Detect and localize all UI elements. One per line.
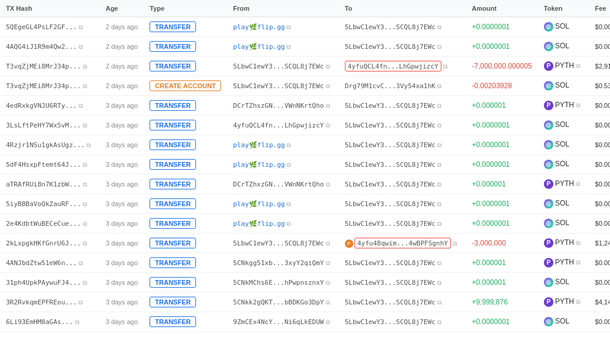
tx-hash-cell[interactable]: aTRAfRUi8n7K1zbW...⧉ (0, 175, 99, 194)
to-address[interactable]: 5LbwC1ewY3...SCQL8j7EWc (345, 259, 435, 267)
to-cell[interactable]: 5LbwC1ewY3...SCQL8j7EWc⧉ (339, 214, 466, 234)
to-cell[interactable]: 4yfuQCL4fn...LhGpwjizcY⧉ (339, 57, 466, 76)
from-address[interactable]: 5LbwC1ewY3...SCQL8j7EWc (233, 82, 323, 90)
to-address[interactable]: 5LbwC1ewY3...SCQL8j7EWc (345, 200, 435, 208)
to-address[interactable]: 5LbwC1ewY3...SCQL8j7EWc (345, 220, 435, 228)
tx-hash-cell[interactable]: 5QEgeGL4PsLF2GF...⧉ (0, 17, 99, 37)
from-address[interactable]: play🌿flip.gg (233, 220, 285, 228)
to-cell[interactable]: 5LbwC1ewY3...SCQL8j7EWc⧉ (339, 312, 466, 332)
tx-hash-cell[interactable]: 31ph4UpkPAywuFJ4...⧉ (0, 273, 99, 293)
copy-icon[interactable]: ⧉ (437, 142, 444, 149)
copy-icon[interactable]: ⧉ (83, 201, 90, 208)
tx-hash-cell[interactable]: T3vqZjMEi8MrJ34p...⧉ (0, 76, 99, 96)
from-cell[interactable]: play🌿flip.gg⧉ (227, 194, 338, 214)
copy-icon[interactable]: ⧉ (86, 142, 94, 149)
copy-icon[interactable]: ⧉ (443, 63, 450, 70)
from-address[interactable]: 5CNkk2gQKT...bBDKGo3DpY (233, 298, 323, 306)
from-cell[interactable]: 5CNkgg51xb...3xyY2qiQmY⧉ (227, 253, 338, 273)
tx-hash[interactable]: 5iyBBBaVoQkZauRF... (6, 200, 81, 208)
copy-icon[interactable]: ⧉ (326, 260, 333, 267)
from-address[interactable]: play🌿flip.gg (233, 200, 285, 208)
to-cell[interactable]: 5LbwC1ewY3...SCQL8j7EWc⧉ (339, 116, 466, 135)
to-cell[interactable]: 5LbwC1ewY3...SCQL8j7EWc⧉ (339, 37, 466, 57)
tx-hash[interactable]: 5QEgeGL4PsLF2GF... (6, 23, 77, 31)
from-address[interactable]: play🌿flip.gg (233, 161, 285, 169)
copy-icon[interactable]: ⧉ (437, 220, 444, 228)
tx-hash[interactable]: 4edRxkgVNJU6RTy... (6, 102, 77, 110)
tx-hash[interactable]: 3LsLftPeHY7Wx5vM... (6, 122, 81, 129)
copy-icon[interactable]: ⧉ (79, 260, 86, 267)
from-cell[interactable]: DCrTZhxzGN...VWnNKrtQho⧉ (227, 175, 338, 194)
tx-hash-cell[interactable]: 4ANJbdZtw51eW6n...⧉ (0, 253, 99, 273)
tx-hash[interactable]: 4Rzjr1NSu1gkAsUgz... (6, 141, 85, 149)
from-address[interactable]: 5LbwC1ewY3...SCQL8j7EWc (233, 63, 323, 70)
tx-hash-cell[interactable]: 5dF4HsxpFtemt64J...⧉ (0, 155, 99, 175)
tx-hash[interactable]: T3vqZjMEi8MrJ34p... (6, 63, 81, 70)
from-cell[interactable]: 5CNkMChs6E...hPwpnsznxY⧉ (227, 273, 338, 293)
copy-icon[interactable]: ⧉ (287, 220, 294, 228)
from-address[interactable]: 9ZmCEx4NcY...Ni6qLkEDUW (233, 318, 323, 326)
to-address[interactable]: 5LbwC1ewY3...SCQL8j7EWc (345, 102, 435, 110)
to-cell[interactable]: 5LbwC1ewY3...SCQL8j7EWc⧉ (339, 175, 466, 194)
copy-icon[interactable]: ⧉ (576, 181, 583, 188)
to-cell[interactable]: 5LbwC1ewY3...SCQL8j7EWc⧉ (339, 253, 466, 273)
from-cell[interactable]: 5LbwC1ewY3...SCQL8j7EWc⧉ (227, 76, 338, 96)
copy-icon[interactable]: ⧉ (326, 122, 333, 129)
from-address[interactable]: 4yfuQCL4fn...LhGpwjizcY (233, 122, 323, 129)
from-address[interactable]: play🌿flip.gg (233, 23, 285, 31)
copy-icon[interactable]: ⧉ (437, 102, 444, 110)
to-address[interactable]: 5LbwC1ewY3...SCQL8j7EWc (345, 298, 435, 306)
tx-hash[interactable]: 3R2RvkqmEPFREou... (6, 298, 77, 306)
tx-hash[interactable]: 2kLxpgkHKfGnrU6J... (6, 239, 81, 247)
tx-hash[interactable]: 2e4KdbtWuBECeCue... (6, 220, 81, 228)
copy-icon[interactable]: ⧉ (326, 181, 333, 188)
copy-icon[interactable]: ⧉ (83, 161, 90, 169)
to-address[interactable]: 4yfu48qwim...4wBPFSgnhY (354, 238, 451, 248)
copy-icon[interactable]: ⧉ (287, 161, 294, 169)
copy-icon[interactable]: ⧉ (79, 43, 86, 51)
to-cell[interactable]: 5LbwC1ewY3...SCQL8j7EWc⧉ (339, 273, 466, 293)
from-cell[interactable]: 9ZmCEx4NcY...Ni6qLkEDUW⧉ (227, 312, 338, 332)
copy-icon[interactable]: ⧉ (287, 24, 294, 31)
tx-hash[interactable]: 4AQG4iJ1R9m4Qw2... (6, 43, 77, 51)
copy-icon[interactable]: ⧉ (437, 161, 444, 169)
copy-icon[interactable]: ⧉ (326, 279, 333, 287)
copy-icon[interactable]: ⧉ (453, 240, 460, 247)
tx-hash-cell[interactable]: 4edRxkgVNJU6RTy...⧉ (0, 96, 99, 116)
copy-icon[interactable]: ⧉ (437, 122, 444, 129)
copy-icon[interactable]: ⧉ (83, 220, 90, 228)
copy-icon[interactable]: ⧉ (437, 279, 444, 287)
from-address[interactable]: DCrTZhxzGN...VWnNKrtQho (233, 102, 323, 110)
tx-hash-cell[interactable]: 3R2RvkqmEPFREou...⧉ (0, 293, 99, 312)
copy-icon[interactable]: ⧉ (576, 298, 583, 306)
to-address[interactable]: 5LbwC1ewY3...SCQL8j7EWc (345, 318, 435, 326)
copy-icon[interactable]: ⧉ (437, 299, 444, 306)
copy-icon[interactable]: ⧉ (287, 201, 294, 208)
tx-hash[interactable]: 4ANJbdZtw51eW6n... (6, 259, 77, 267)
to-cell[interactable]: 5LbwC1ewY3...SCQL8j7EWc⧉ (339, 96, 466, 116)
to-address[interactable]: 5LbwC1ewY3...SCQL8j7EWc (345, 122, 435, 129)
from-cell[interactable]: 5CNkk2gQKT...bBDKGo3DpY⧉ (227, 293, 338, 312)
to-address[interactable]: Drg79M1cvC...3Vy54xa1hK (345, 82, 435, 90)
copy-icon[interactable]: ⧉ (83, 181, 90, 188)
to-address[interactable]: 5LbwC1ewY3...SCQL8j7EWc (345, 141, 435, 149)
copy-icon[interactable]: ⧉ (437, 201, 444, 208)
copy-icon[interactable]: ⧉ (83, 122, 90, 129)
copy-icon[interactable]: ⧉ (83, 83, 90, 90)
to-address[interactable]: 5LbwC1ewY3...SCQL8j7EWc (345, 23, 435, 31)
copy-icon[interactable]: ⧉ (83, 240, 90, 247)
tx-hash[interactable]: 6Li93EmHM8aGAs... (6, 318, 73, 326)
tx-hash-cell[interactable]: 5iyBBBaVoQkZauRF...⧉ (0, 194, 99, 214)
copy-icon[interactable]: ⧉ (326, 83, 333, 90)
from-address[interactable]: play🌿flip.gg (233, 43, 285, 51)
copy-icon[interactable]: ⧉ (576, 63, 583, 70)
copy-icon[interactable]: ⧉ (79, 102, 86, 110)
copy-icon[interactable]: ⧉ (326, 63, 333, 70)
copy-icon[interactable]: ⧉ (437, 83, 444, 90)
from-address[interactable]: DCrTZhxzGN...VWnNKrtQho (233, 181, 323, 188)
from-address[interactable]: 5LbwC1ewY3...SCQL8j7EWc (233, 239, 323, 247)
from-cell[interactable]: play🌿flip.gg⧉ (227, 214, 338, 234)
to-address[interactable]: 4yfuQCL4fn...LhGpwjizcY (345, 61, 441, 71)
from-cell[interactable]: 5LbwC1ewY3...SCQL8j7EWc⧉ (227, 234, 338, 253)
from-cell[interactable]: play🌿flip.gg⧉ (227, 155, 338, 175)
